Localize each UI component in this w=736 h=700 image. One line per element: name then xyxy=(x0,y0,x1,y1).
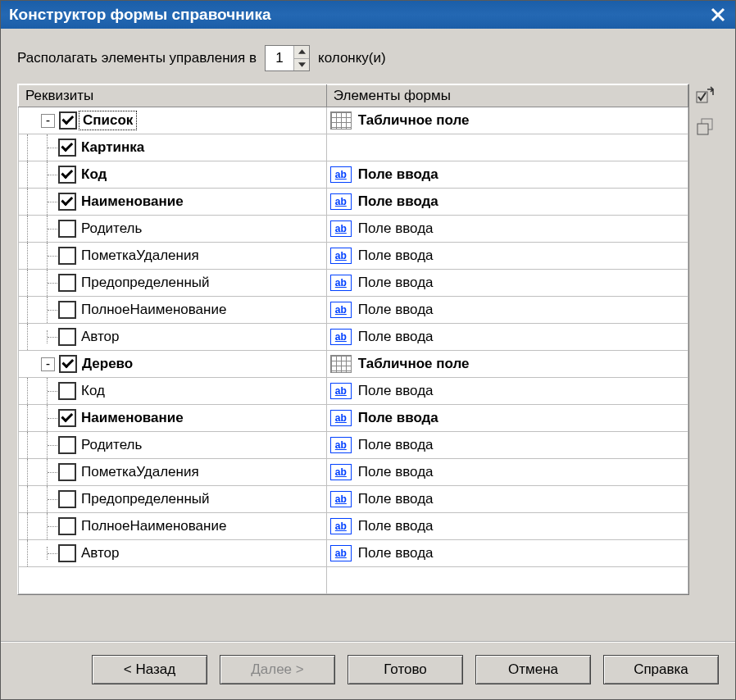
table-row[interactable]: НаименованиеabПоле ввода xyxy=(19,189,688,216)
input-field-icon: ab xyxy=(330,329,352,345)
table-field-icon xyxy=(330,111,352,130)
columns-label-before: Располагать элементы управления в xyxy=(17,50,257,66)
row-checkbox[interactable] xyxy=(58,382,76,400)
tree-toggle[interactable]: - xyxy=(41,114,55,128)
col-header-attributes[interactable]: Реквизиты xyxy=(19,85,327,107)
check-all-button[interactable] xyxy=(694,85,717,108)
input-field-icon: ab xyxy=(330,275,352,291)
row-label: ПолноеНаименование xyxy=(81,518,226,534)
element-label: Поле ввода xyxy=(358,545,434,561)
input-field-icon: ab xyxy=(330,166,352,183)
row-checkbox[interactable] xyxy=(58,247,76,265)
row-checkbox[interactable] xyxy=(58,166,76,184)
element-label: Поле ввода xyxy=(358,302,434,318)
table-row[interactable]: ПометкаУдаленияabПоле ввода xyxy=(19,243,688,270)
row-checkbox[interactable] xyxy=(58,517,76,535)
uncheck-all-button[interactable] xyxy=(694,116,717,139)
input-field-icon: ab xyxy=(330,518,352,534)
input-field-icon: ab xyxy=(330,545,352,561)
table-row[interactable]: -СписокТабличное поле xyxy=(19,107,688,134)
row-label: Код xyxy=(81,383,105,399)
element-label: Поле ввода xyxy=(358,166,438,183)
back-button[interactable]: < Назад xyxy=(92,655,207,684)
row-label: Наименование xyxy=(81,193,184,210)
table-row[interactable]: КодabПоле ввода xyxy=(19,378,688,405)
row-label: ПолноеНаименование xyxy=(81,302,226,318)
element-label: Поле ввода xyxy=(358,518,434,534)
input-field-icon: ab xyxy=(330,220,352,237)
row-label: Родитель xyxy=(81,220,142,237)
table-field-icon xyxy=(330,355,352,373)
help-button[interactable]: Справка xyxy=(603,655,719,684)
row-checkbox[interactable] xyxy=(58,139,76,157)
element-label: Поле ввода xyxy=(358,491,434,507)
columns-label-after: колонку(и) xyxy=(318,50,386,66)
next-button: Далее > xyxy=(220,655,335,684)
element-label: Поле ввода xyxy=(358,248,434,264)
table-row[interactable]: КодabПоле ввода xyxy=(19,161,688,189)
input-field-icon: ab xyxy=(330,410,352,426)
element-label: Поле ввода xyxy=(358,275,434,291)
dialog-buttons: < Назад Далее > Готово Отмена Справка xyxy=(1,641,735,699)
input-field-icon: ab xyxy=(330,248,352,264)
row-checkbox[interactable] xyxy=(58,436,76,454)
row-checkbox[interactable] xyxy=(58,301,76,319)
row-checkbox[interactable] xyxy=(58,490,76,508)
input-field-icon: ab xyxy=(330,437,352,453)
input-field-icon: ab xyxy=(330,464,352,480)
close-button[interactable] xyxy=(709,6,727,24)
table-row[interactable]: ПолноеНаименованиеabПоле ввода xyxy=(19,297,688,324)
table-row[interactable]: ПометкаУдаленияabПоле ввода xyxy=(19,459,688,486)
row-label: Автор xyxy=(81,545,120,561)
row-label: Предопределенный xyxy=(81,275,210,291)
dialog-window: Конструктор формы справочника Располагат… xyxy=(0,0,736,700)
row-checkbox[interactable] xyxy=(59,111,77,130)
attributes-grid: Реквизиты Элементы формы -СписокТаблично… xyxy=(17,84,689,595)
check-all-icon xyxy=(695,86,716,107)
element-label: Поле ввода xyxy=(358,410,438,426)
finish-button[interactable]: Готово xyxy=(348,655,463,684)
columns-input[interactable] xyxy=(266,46,293,70)
element-label: Поле ввода xyxy=(358,329,434,345)
input-field-icon: ab xyxy=(330,193,352,210)
col-header-elements[interactable]: Элементы формы xyxy=(326,85,688,107)
element-label: Поле ввода xyxy=(358,383,434,399)
table-row[interactable]: НаименованиеabПоле ввода xyxy=(19,405,688,432)
table-row[interactable]: РодительabПоле ввода xyxy=(19,216,688,243)
table-row[interactable]: ПолноеНаименованиеabПоле ввода xyxy=(19,513,688,540)
element-label: Поле ввода xyxy=(358,193,438,210)
row-label: Список xyxy=(79,111,137,130)
columns-spinner[interactable] xyxy=(265,45,310,71)
row-checkbox[interactable] xyxy=(58,193,76,211)
row-label: Код xyxy=(81,166,107,183)
row-checkbox[interactable] xyxy=(58,328,76,346)
row-label: Предопределенный xyxy=(81,491,210,507)
table-row[interactable]: АвторabПоле ввода xyxy=(19,324,688,351)
table-row[interactable]: ПредопределенныйabПоле ввода xyxy=(19,486,688,513)
table-row xyxy=(19,567,688,594)
row-checkbox[interactable] xyxy=(58,409,76,427)
uncheck-all-icon xyxy=(695,117,716,139)
table-row[interactable]: АвторabПоле ввода xyxy=(19,540,688,567)
row-checkbox[interactable] xyxy=(58,274,76,292)
row-label: Родитель xyxy=(81,437,142,453)
element-label: Табличное поле xyxy=(358,112,470,129)
row-checkbox[interactable] xyxy=(58,220,76,238)
table-row[interactable]: РодительabПоле ввода xyxy=(19,432,688,459)
table-row[interactable]: -ДеревоТабличное поле xyxy=(19,351,688,378)
row-label: ПометкаУдаления xyxy=(81,464,199,480)
columns-control-row: Располагать элементы управления в колонк… xyxy=(17,45,719,71)
row-checkbox[interactable] xyxy=(59,355,77,373)
row-checkbox[interactable] xyxy=(58,463,76,481)
row-label: Дерево xyxy=(82,356,133,372)
cancel-button[interactable]: Отмена xyxy=(475,655,591,684)
tree-toggle[interactable]: - xyxy=(41,357,55,371)
window-title: Конструктор формы справочника xyxy=(9,6,270,24)
table-row[interactable]: Картинка xyxy=(19,134,688,161)
spinner-up[interactable] xyxy=(294,46,309,59)
row-checkbox[interactable] xyxy=(58,544,76,562)
input-field-icon: ab xyxy=(330,383,352,399)
table-row[interactable]: ПредопределенныйabПоле ввода xyxy=(19,270,688,297)
row-label: Автор xyxy=(81,329,120,345)
spinner-down[interactable] xyxy=(294,59,309,71)
